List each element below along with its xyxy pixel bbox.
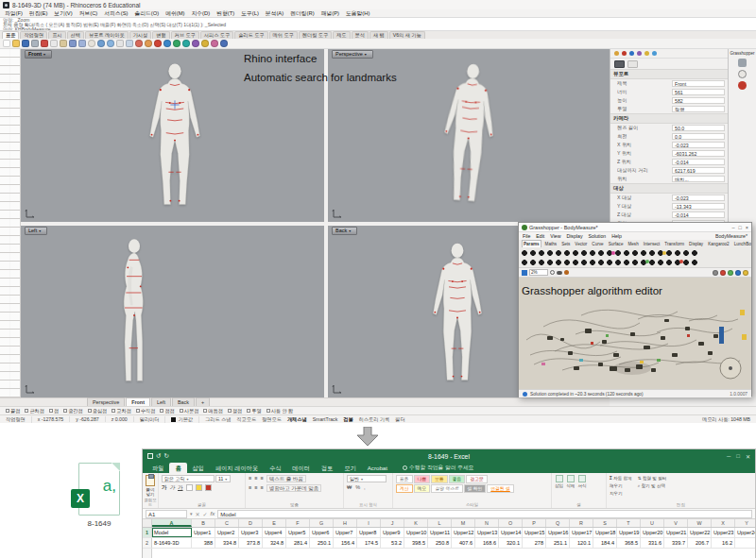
property-value[interactable]: -0.014 [672,211,725,218]
property-value[interactable]: 582 [672,97,725,104]
align-right-icon[interactable]: ≡ [260,484,263,492]
style-explanatory[interactable]: 설명 텍스트 [431,484,462,493]
notes-tab-icon[interactable] [644,51,649,56]
tell-me-box[interactable]: 수행할 작업을 알려 주세요 [403,464,474,473]
column-header[interactable]: U [641,519,664,527]
toolbar-tab[interactable]: 제도 [333,31,350,39]
sheet-cell[interactable]: Upper18 [593,528,617,537]
sheet-cell[interactable]: Upper20 [641,528,664,537]
row-header[interactable] [143,549,152,558]
printer-icon[interactable] [738,59,747,67]
sheet-cell[interactable]: Upper4 [263,528,286,537]
sheet-cell[interactable]: Upper5 [286,528,310,537]
row-header[interactable]: 2 [143,538,152,548]
status-toggle[interactable]: 필터 [395,416,404,423]
grasshopper-dock-tab[interactable]: Grasshopper [729,49,756,56]
maximize-icon[interactable]: □ [738,225,741,230]
wire-sphere-icon[interactable] [738,70,747,78]
viewport-tab[interactable]: Left [151,397,171,406]
viewport-tab[interactable]: Perspective [87,397,125,406]
properties-tab-icon[interactable] [614,51,619,56]
clear-button[interactable]: 지우기 [610,490,632,498]
component-tab[interactable]: Display [688,241,704,247]
column-header[interactable]: C [215,519,239,527]
wrap-text-button[interactable]: 텍스트 줄 바꿈 [266,475,306,482]
formula-bar[interactable]: Model [217,510,752,518]
sheet-cell[interactable]: Upper16 [546,528,570,537]
fill-button[interactable]: 채우기 [610,482,632,490]
autosum-button[interactable]: Σ 자동 합계 [610,475,632,482]
toolbar-tab[interactable]: 메쉬 도구 [269,31,298,39]
zoom-extents-icon[interactable] [107,40,114,47]
checkbox-icon[interactable] [25,409,28,413]
sheet-cell[interactable]: 331.6 [641,538,664,548]
column-header[interactable]: R [570,519,593,527]
sheet-cell[interactable]: 281.4 [286,538,310,548]
grasshopper-menu-item[interactable]: Edit [536,233,544,239]
align-bottom-icon[interactable]: ≡ [260,475,263,482]
column-header[interactable]: E [263,519,286,527]
sheet-cell[interactable]: 8-1649-3D [152,538,192,548]
number-format-combo[interactable]: 일반 [347,475,387,482]
grasshopper-component-palette[interactable] [519,247,751,268]
toolbar-tab[interactable]: 표시 [48,31,65,39]
rhino-menu-item[interactable]: 편집(E) [29,9,47,18]
pan-icon[interactable] [88,40,95,47]
ribbon-tab[interactable]: 보기 [338,463,361,473]
checkbox-icon[interactable] [228,409,232,413]
osnap-option[interactable]: 수직점 [136,408,156,414]
component-tab[interactable]: Params [522,240,541,247]
column-header[interactable]: K [404,519,428,527]
osnap-option[interactable]: 교차점 [112,408,131,414]
rhino-menu-item[interactable]: 분석(A) [266,9,284,18]
component-tab[interactable]: Intersect [643,241,662,247]
checkbox-icon[interactable] [136,409,140,413]
osnap-option[interactable]: 정점 [228,408,242,414]
osnap-option[interactable]: 사분점 [180,408,199,414]
column-header[interactable]: Y [735,519,756,527]
column-header[interactable]: G [310,519,334,527]
move-icon[interactable] [126,40,133,47]
raytraced-view-icon[interactable] [192,40,199,47]
help-tab-icon[interactable] [637,51,642,56]
property-value[interactable]: -6031.262 [672,150,725,157]
checkbox-icon[interactable] [180,409,183,413]
sheet-cell[interactable]: Upper7 [334,528,357,537]
red-ball-icon[interactable] [720,270,726,276]
rhino-menu-item[interactable]: 도움말(H) [346,9,369,18]
sheet-cell[interactable]: 278 [523,538,546,548]
property-value[interactable]: -0.023 [672,194,725,201]
viewport-left[interactable]: Left [21,226,326,397]
column-header[interactable]: L [428,519,452,527]
paste-icon[interactable] [146,475,155,486]
toolbar-tab[interactable]: 서피스 도구 [200,31,233,39]
toolbar-tab[interactable]: 분석 [352,31,369,39]
minimize-icon[interactable]: ─ [727,453,730,460]
grasshopper-menu-item[interactable]: Display [566,233,582,239]
column-header[interactable]: W [688,519,712,527]
ribbon-tab[interactable]: 검토 [316,463,338,473]
undo-icon[interactable] [69,40,77,47]
sheet-cell[interactable]: Upper22 [688,528,712,537]
rhino-menu-item[interactable]: 솔리드(O) [134,9,159,18]
fx-icon[interactable]: fx [211,511,215,516]
column-header[interactable]: M [452,519,475,527]
sheet-cell[interactable]: Upper24 [735,528,756,537]
property-value[interactable]: -0.014 [672,159,725,165]
row-header[interactable]: 1 [143,528,152,537]
sheet-cell[interactable]: 324.8 [263,538,286,548]
sheet-cell[interactable]: 184.4 [593,538,617,548]
rhino-menu-item[interactable]: 변형(T) [216,9,234,18]
column-header[interactable]: J [381,519,404,527]
sheet-cell[interactable] [735,538,756,548]
sheet-cell[interactable]: Upper10 [404,528,428,537]
enter-icon[interactable]: ✓ [203,511,208,517]
viewport-left-label[interactable]: Left [25,227,47,235]
name-box[interactable]: A1 [146,510,187,518]
rhino-menu-item[interactable]: 파일(F) [5,9,23,18]
sheet-cell[interactable]: 368.5 [617,538,641,548]
sheet-cell[interactable]: 373.8 [239,538,263,548]
checkbox-icon[interactable] [160,409,163,413]
checkbox-icon[interactable] [6,409,9,413]
sheet-cell[interactable]: 206.7 [688,538,712,548]
